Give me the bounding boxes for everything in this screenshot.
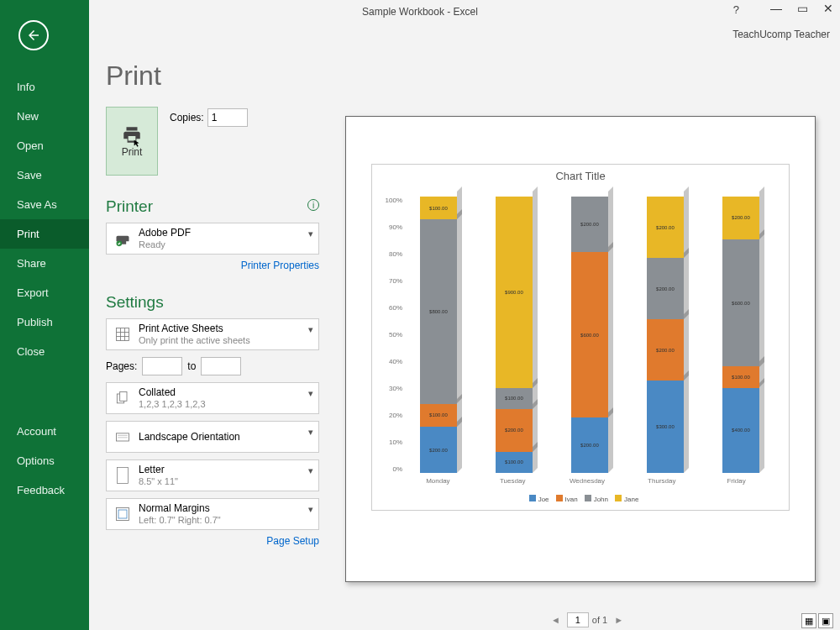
- help-icon[interactable]: ?: [733, 3, 739, 16]
- sheets-icon: [112, 326, 134, 343]
- pages-label: Pages:: [106, 360, 137, 372]
- collate-select[interactable]: Collated 1,2,3 1,2,3 1,2,3 ▾: [106, 382, 319, 414]
- bar-Monday: $100.00$800.00$100.00$200.00: [420, 197, 457, 473]
- margins-icon: [112, 506, 134, 522]
- page-icon: [112, 466, 134, 485]
- chart: Chart Title 100%90%80%70%60%50%40%30%20%…: [371, 164, 790, 511]
- chevron-down-icon: ▾: [308, 388, 313, 399]
- settings-heading: Settings: [106, 293, 319, 312]
- sidebar-item-options[interactable]: Options: [0, 446, 89, 475]
- printer-properties-link[interactable]: Printer Properties: [106, 260, 319, 271]
- collate-icon: [112, 390, 134, 407]
- svg-rect-11: [117, 467, 128, 483]
- sidebar-item-save-as[interactable]: Save As: [0, 190, 89, 219]
- back-button[interactable]: [18, 20, 49, 50]
- sidebar-item-print[interactable]: Print: [0, 219, 89, 249]
- backstage-sidebar: InfoNewOpenSaveSave AsPrintShareExportPu…: [0, 0, 89, 630]
- print-options-pane: Print Print Copies: Printer i Adobe PDF …: [89, 49, 334, 630]
- sidebar-item-new[interactable]: New: [0, 102, 89, 131]
- printer-select[interactable]: Adobe PDF Ready ▾: [106, 223, 319, 255]
- orientation-select[interactable]: Landscape Orientation ▾: [106, 421, 319, 453]
- pages-to-input[interactable]: [201, 357, 241, 375]
- minimize-icon[interactable]: —: [770, 2, 782, 15]
- sidebar-item-save[interactable]: Save: [0, 160, 89, 190]
- sidebar-item-share[interactable]: Share: [0, 249, 89, 278]
- chevron-down-icon: ▾: [308, 228, 313, 239]
- close-icon[interactable]: ✕: [823, 2, 833, 15]
- bar-Wednesday: $200.00$600.00$200.00: [571, 197, 608, 473]
- copies-label: Copies:: [170, 112, 204, 123]
- window-title: Sample Workbook - Excel: [362, 6, 478, 18]
- page-number-input[interactable]: [567, 612, 589, 627]
- chevron-down-icon: ▾: [308, 465, 313, 476]
- preview-page: Chart Title 100%90%80%70%60%50%40%30%20%…: [345, 116, 816, 582]
- zoom-to-page-button[interactable]: ▣: [818, 613, 833, 628]
- show-margins-button[interactable]: ▦: [801, 613, 816, 628]
- printer-heading: Printer i: [106, 197, 319, 216]
- pages-from-input[interactable]: [142, 357, 182, 375]
- print-button[interactable]: Print: [106, 107, 158, 176]
- sidebar-item-info[interactable]: Info: [0, 72, 89, 102]
- printer-status-icon: [112, 230, 134, 247]
- chevron-down-icon: ▾: [308, 324, 313, 335]
- bar-Thursday: $200.00$200.00$200.00$300.00: [647, 197, 684, 473]
- sidebar-item-feedback[interactable]: Feedback: [0, 475, 89, 505]
- svg-rect-8: [117, 433, 129, 441]
- prev-page-button[interactable]: ◄: [551, 615, 560, 625]
- copies-input[interactable]: [207, 108, 248, 127]
- chevron-down-icon: ▾: [308, 427, 313, 438]
- margins-select[interactable]: Normal Margins Left: 0.7" Right: 0.7" ▾: [106, 498, 319, 530]
- bar-Friday: $200.00$600.00$100.00$400.00: [722, 197, 759, 473]
- chevron-down-icon: ▾: [308, 504, 313, 515]
- svg-rect-13: [118, 510, 127, 518]
- chart-title: Chart Title: [372, 165, 789, 187]
- sidebar-item-close[interactable]: Close: [0, 337, 89, 366]
- user-name: TeachUcomp Teacher: [732, 29, 830, 40]
- print-preview: Chart Title 100%90%80%70%60%50%40%30%20%…: [334, 49, 840, 630]
- bar-Tuesday: $900.00$100.00$200.00$100.00: [496, 197, 533, 473]
- sidebar-item-publish[interactable]: Publish: [0, 307, 89, 337]
- print-what-select[interactable]: Print Active Sheets Only print the activ…: [106, 318, 319, 350]
- restore-icon[interactable]: ▭: [797, 2, 808, 15]
- next-page-button[interactable]: ►: [614, 615, 623, 625]
- paper-size-select[interactable]: Letter 8.5" x 11" ▾: [106, 459, 319, 491]
- sidebar-item-open[interactable]: Open: [0, 131, 89, 160]
- page-setup-link[interactable]: Page Setup: [106, 535, 319, 547]
- info-icon[interactable]: i: [307, 199, 319, 211]
- page-title: Print: [106, 60, 319, 92]
- sidebar-item-account[interactable]: Account: [0, 417, 89, 446]
- cursor-icon: [133, 139, 141, 148]
- svg-rect-1: [117, 328, 129, 341]
- svg-rect-7: [120, 392, 127, 402]
- orientation-icon: [112, 428, 134, 445]
- preview-pager: ◄ of 1 ►: [334, 610, 840, 630]
- sidebar-item-export[interactable]: Export: [0, 278, 89, 307]
